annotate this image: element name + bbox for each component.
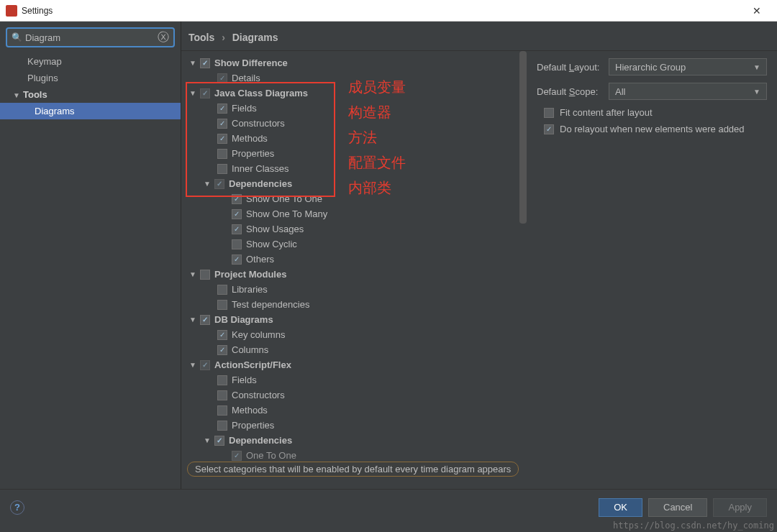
checkbox[interactable] bbox=[217, 375, 227, 385]
checkbox[interactable] bbox=[217, 164, 227, 174]
tree-actionscript-flex[interactable]: ▼ActionScript/Flex bbox=[187, 357, 527, 372]
checkbox[interactable] bbox=[217, 390, 227, 400]
content-area: ▼Show Difference Details ▼Java Class Dia… bbox=[181, 50, 777, 489]
checkbox[interactable] bbox=[214, 436, 224, 446]
breadcrumb-diagrams: Diagrams bbox=[232, 32, 278, 43]
checkbox[interactable] bbox=[217, 330, 227, 340]
checkbox[interactable] bbox=[232, 209, 242, 219]
checkbox[interactable] bbox=[217, 285, 227, 295]
search-input[interactable] bbox=[25, 32, 158, 43]
tree-show-usages[interactable]: Show Usages bbox=[187, 221, 527, 237]
tree-as-fields[interactable]: Fields bbox=[187, 372, 527, 387]
close-icon[interactable]: ✕ bbox=[742, 5, 771, 17]
checkbox[interactable] bbox=[217, 104, 227, 114]
checkbox[interactable] bbox=[232, 194, 242, 204]
sidebar-item-plugins[interactable]: Plugins bbox=[0, 70, 181, 86]
checkbox[interactable] bbox=[217, 421, 227, 431]
checkbox[interactable] bbox=[544, 108, 554, 118]
checkbox[interactable] bbox=[200, 58, 210, 68]
breadcrumb-tools[interactable]: Tools bbox=[188, 32, 214, 43]
tree-as-one-to-one[interactable]: One To One bbox=[187, 448, 527, 463]
checkbox[interactable] bbox=[217, 134, 227, 144]
chevron-down-icon: ▼ bbox=[753, 88, 760, 96]
sidebar-item-tools[interactable]: ▼Tools bbox=[0, 86, 181, 103]
default-layout-label: Default Layout: bbox=[537, 62, 609, 73]
checkbox[interactable] bbox=[544, 124, 554, 134]
checkbox[interactable] bbox=[232, 239, 242, 249]
tree-show-difference[interactable]: ▼Show Difference bbox=[187, 55, 527, 70]
chevron-down-icon[interactable]: ▼ bbox=[187, 59, 199, 67]
chevron-down-icon[interactable]: ▼ bbox=[201, 180, 213, 188]
search-icon: 🔍 bbox=[12, 32, 22, 42]
tree-test-dependencies[interactable]: Test dependencies bbox=[187, 297, 527, 312]
dialog-footer: ? OK Cancel Apply bbox=[0, 489, 777, 525]
default-scope-select[interactable]: All▼ bbox=[609, 83, 767, 100]
chevron-down-icon: ▼ bbox=[13, 91, 20, 99]
settings-nav: Keymap Plugins ▼Tools Diagrams bbox=[0, 53, 181, 489]
default-scope-row: Default Scope: All▼ bbox=[537, 83, 767, 100]
checkbox[interactable] bbox=[217, 405, 227, 416]
chevron-down-icon: ▼ bbox=[753, 63, 760, 71]
window-title: Settings bbox=[22, 6, 742, 16]
tree-project-modules[interactable]: ▼Project Modules bbox=[187, 267, 527, 282]
checkbox[interactable] bbox=[217, 73, 227, 83]
fit-content-label: Fit content after layout bbox=[560, 107, 653, 118]
annotation-text: 配置文件 bbox=[348, 153, 406, 173]
checkbox[interactable] bbox=[214, 179, 224, 189]
tree-as-dependencies[interactable]: ▼Dependencies bbox=[187, 433, 527, 448]
sidebar-item-keymap[interactable]: Keymap bbox=[0, 53, 181, 70]
tree-columns[interactable]: Columns bbox=[187, 342, 527, 357]
app-logo-icon bbox=[6, 5, 17, 17]
checkbox[interactable] bbox=[232, 451, 242, 461]
title-bar: Settings ✕ bbox=[0, 0, 777, 22]
tree-others[interactable]: Others bbox=[187, 252, 527, 267]
checkbox[interactable] bbox=[232, 254, 242, 265]
chevron-down-icon[interactable]: ▼ bbox=[187, 89, 199, 97]
default-scope-label: Default Scope: bbox=[537, 86, 609, 97]
help-button[interactable]: ? bbox=[10, 500, 24, 515]
checkbox[interactable] bbox=[217, 149, 227, 159]
annotation-text: 构造器 bbox=[348, 103, 391, 122]
ok-button[interactable]: OK bbox=[599, 498, 642, 517]
tree-key-columns[interactable]: Key columns bbox=[187, 327, 527, 342]
tree-show-cyclic[interactable]: Show Cyclic bbox=[187, 237, 527, 252]
right-panel: Tools › Diagrams ▼Show Difference Detail… bbox=[181, 22, 777, 489]
default-layout-row: Default Layout: Hierarchic Group▼ bbox=[537, 58, 767, 75]
breadcrumb-separator: › bbox=[222, 32, 225, 43]
breadcrumb: Tools › Diagrams bbox=[181, 22, 777, 50]
tree-as-properties[interactable]: Properties bbox=[187, 418, 527, 433]
fit-content-row[interactable]: Fit content after layout bbox=[537, 107, 767, 118]
tree-scrollbar[interactable] bbox=[519, 51, 527, 224]
tree-db-diagrams[interactable]: ▼DB Diagrams bbox=[187, 312, 527, 327]
checkbox[interactable] bbox=[217, 119, 227, 129]
cancel-button[interactable]: Cancel bbox=[648, 498, 707, 517]
checkbox[interactable] bbox=[200, 315, 210, 325]
chevron-down-icon[interactable]: ▼ bbox=[187, 361, 199, 369]
tree-show-one-to-many[interactable]: Show One To Many bbox=[187, 206, 527, 221]
options-column: Default Layout: Hierarchic Group▼ Defaul… bbox=[527, 51, 777, 489]
clear-search-icon[interactable]: ⓧ bbox=[158, 30, 169, 45]
checkbox[interactable] bbox=[200, 88, 210, 98]
sidebar-item-diagrams[interactable]: Diagrams bbox=[0, 103, 181, 119]
annotation-text: 方法 bbox=[348, 128, 377, 147]
annotation-text: 内部类 bbox=[348, 178, 391, 198]
tree-as-methods[interactable]: Methods bbox=[187, 403, 527, 418]
checkbox[interactable] bbox=[200, 360, 210, 370]
watermark-text: https://blog.csdn.net/hy_coming bbox=[613, 520, 774, 531]
checkbox[interactable] bbox=[200, 270, 210, 280]
checkbox[interactable] bbox=[232, 224, 242, 234]
search-box[interactable]: 🔍 ⓧ bbox=[6, 27, 175, 47]
chevron-down-icon[interactable]: ▼ bbox=[201, 436, 213, 444]
chevron-down-icon[interactable]: ▼ bbox=[187, 316, 199, 324]
sidebar: 🔍 ⓧ Keymap Plugins ▼Tools Diagrams bbox=[0, 22, 181, 489]
tree-libraries[interactable]: Libraries bbox=[187, 282, 527, 297]
relayout-row[interactable]: Do relayout when new elements were added bbox=[537, 124, 767, 134]
relayout-label: Do relayout when new elements were added bbox=[560, 124, 745, 134]
apply-button[interactable]: Apply bbox=[713, 498, 767, 517]
annotation-text: 成员变量 bbox=[348, 78, 406, 97]
checkbox[interactable] bbox=[217, 300, 227, 310]
chevron-down-icon[interactable]: ▼ bbox=[187, 270, 199, 278]
default-layout-select[interactable]: Hierarchic Group▼ bbox=[609, 58, 767, 75]
tree-as-constructors[interactable]: Constructors bbox=[187, 387, 527, 403]
checkbox[interactable] bbox=[217, 345, 227, 355]
